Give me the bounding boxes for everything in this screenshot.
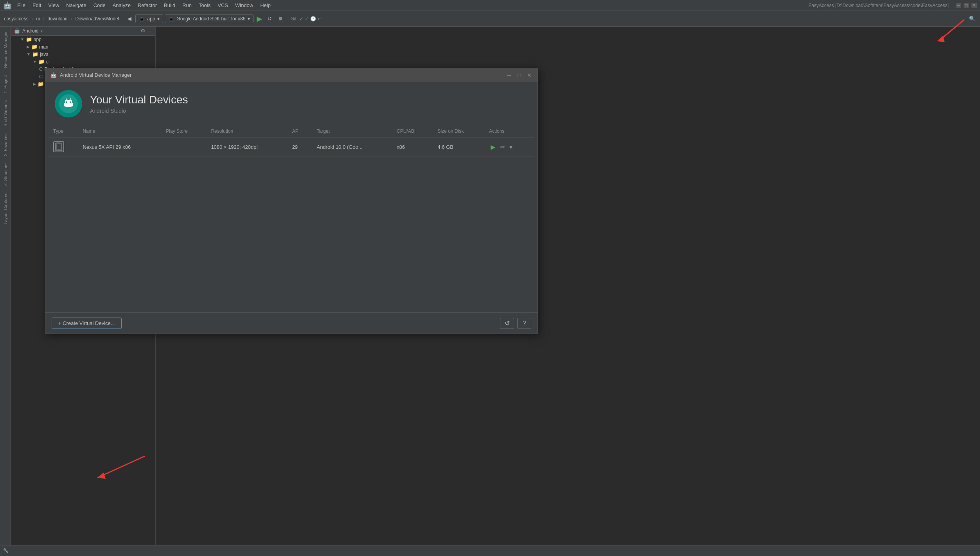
- java-folder-icon: 📁: [32, 51, 38, 57]
- avd-logo: [55, 90, 82, 117]
- breadcrumb-easyaccess[interactable]: easyaccess: [2, 15, 30, 22]
- man-folder-icon: 📁: [31, 44, 38, 50]
- run-button[interactable]: ▶: [255, 14, 264, 23]
- svg-point-7: [70, 101, 71, 103]
- col-target[interactable]: Target: [312, 125, 392, 137]
- refresh-avd-button[interactable]: ↺: [500, 318, 514, 329]
- cell-size-on-disk: 4.6 GB: [433, 137, 484, 157]
- back-button[interactable]: ◀: [125, 14, 134, 23]
- col-resolution[interactable]: Resolution: [206, 125, 287, 137]
- menu-run[interactable]: Run: [179, 2, 195, 9]
- tree-label-java: java: [40, 52, 49, 57]
- col-size-on-disk[interactable]: Size on Disk: [433, 125, 484, 137]
- menu-code[interactable]: Code: [90, 2, 109, 9]
- cell-type: [49, 137, 78, 157]
- window-title: EasyAccess [D:\Download\SoftItem\EasyAcc…: [808, 3, 949, 8]
- close-button[interactable]: ✕: [971, 3, 977, 8]
- action-play-button[interactable]: ▶: [489, 142, 497, 152]
- sidebar-tab-favorites[interactable]: 2: Favorites: [2, 130, 9, 159]
- avd-table-header-row: Type Name Play Store Resolution API Targ…: [49, 125, 534, 137]
- minimize-button[interactable]: ─: [956, 3, 961, 8]
- panel-settings-icon[interactable]: ⚙: [141, 28, 145, 34]
- sdk-dropdown[interactable]: 📱 Google Android SDK built for x86 ▾: [165, 14, 254, 23]
- menu-edit[interactable]: Edit: [29, 2, 44, 9]
- avd-minimize-button[interactable]: ─: [505, 72, 512, 79]
- menu-vcs[interactable]: VCS: [214, 2, 231, 9]
- bottom-status: 🔧: [3, 548, 9, 553]
- toolbar: easyaccess › ui › download › DownloadVie…: [0, 11, 980, 27]
- breadcrumb-viewmodel[interactable]: DownloadViewModel: [74, 15, 120, 22]
- register-file-icon: C: [39, 66, 43, 72]
- sidebar-tab-project[interactable]: 1: Project: [2, 72, 9, 96]
- col-type[interactable]: Type: [49, 125, 78, 137]
- breadcrumb-download[interactable]: download: [46, 15, 69, 22]
- search-toolbar-button[interactable]: 🔍: [967, 14, 978, 23]
- avd-manager-dialog: 🤖 Android Virtual Device Manager ─ □ ✕: [45, 68, 538, 334]
- menu-navigate[interactable]: Navigate: [63, 2, 89, 9]
- svg-rect-5: [65, 100, 72, 107]
- sidebar-tab-structure[interactable]: Z: Structure: [2, 160, 9, 189]
- panel-dropdown-icon[interactable]: ▾: [41, 29, 43, 33]
- col-name[interactable]: Name: [78, 125, 161, 137]
- svg-rect-11: [56, 144, 61, 149]
- tree-arrow-java: ▼: [27, 52, 31, 56]
- maximize-button[interactable]: □: [964, 3, 969, 8]
- cell-play-store: [161, 137, 206, 157]
- tree-item-java[interactable]: ▼ 📁 java: [11, 51, 155, 58]
- menu-help[interactable]: Help: [257, 2, 274, 9]
- create-virtual-device-button[interactable]: + Create Virtual Device...: [52, 318, 122, 329]
- action-edit-button[interactable]: ✏: [498, 142, 507, 152]
- help-avd-button[interactable]: ?: [517, 318, 531, 329]
- avd-dialog-title: Android Virtual Device Manager: [60, 72, 502, 78]
- panel-close-icon[interactable]: —: [147, 28, 152, 34]
- avd-table-container: Type Name Play Store Resolution API Targ…: [45, 125, 538, 312]
- stop-button[interactable]: ⏹: [276, 14, 286, 23]
- sidebar-tab-build-variants[interactable]: Build Variants: [2, 97, 9, 130]
- git-section: Git: ✓ ✓ 🕐 ↩: [290, 16, 322, 22]
- tree-item-man[interactable]: ▶ 📁 man: [11, 43, 155, 51]
- avd-header: Your Virtual Devices Android Studio: [45, 82, 538, 125]
- avd-maximize-button[interactable]: □: [516, 72, 523, 79]
- tree-item-app[interactable]: ▼ 📁 app: [11, 36, 155, 43]
- menu-analyze[interactable]: Analyze: [110, 2, 134, 9]
- avd-footer: + Create Virtual Device... ↺ ?: [45, 312, 538, 334]
- tree-arrow-c: ▼: [33, 60, 37, 64]
- table-row[interactable]: Nexus 5X API 29 x86 1080 × 1920: 420dpi …: [49, 137, 534, 157]
- col-cpu-abi[interactable]: CPU/ABI: [392, 125, 433, 137]
- menu-build[interactable]: Build: [161, 2, 178, 9]
- teamwork-file-icon: C: [39, 74, 43, 79]
- avd-table: Type Name Play Store Resolution API Targ…: [49, 125, 534, 157]
- tree-label-app: app: [34, 37, 41, 42]
- menu-view[interactable]: View: [45, 2, 62, 9]
- android-test-folder-icon: 📁: [38, 81, 44, 87]
- avd-close-button[interactable]: ✕: [526, 72, 533, 79]
- menu-file[interactable]: File: [14, 2, 29, 9]
- action-more-button[interactable]: ▾: [508, 142, 514, 152]
- avd-subheading: Android Studio: [90, 108, 188, 114]
- c-folder-icon: 📁: [38, 59, 45, 65]
- breadcrumb-ui[interactable]: ui: [34, 15, 41, 22]
- cell-actions: ▶ ✏ ▾: [484, 137, 534, 157]
- refresh-button[interactable]: ↺: [265, 14, 274, 23]
- menu-bar: 🤖 File Edit View Navigate Code Analyze R…: [0, 0, 980, 11]
- app-dropdown[interactable]: 📱 app ▾: [135, 14, 163, 23]
- cell-resolution: 1080 × 1920: 420dpi: [206, 137, 287, 157]
- menu-refactor[interactable]: Refactor: [135, 2, 160, 9]
- avd-title-icon: 🤖: [50, 72, 57, 78]
- tree-arrow-man: ▶: [27, 45, 30, 49]
- cell-target: Android 10.0 (Goo...: [312, 137, 392, 157]
- app-logo: 🤖: [3, 1, 12, 10]
- cell-api: 29: [288, 137, 312, 157]
- cell-cpu-abi: x86: [392, 137, 433, 157]
- menu-window[interactable]: Window: [232, 2, 256, 9]
- sidebar-tab-resource-manager[interactable]: Resource Manager: [2, 28, 9, 71]
- menu-tools[interactable]: Tools: [196, 2, 214, 9]
- tree-item-c[interactable]: ▼ 📁 c: [11, 58, 155, 65]
- col-play-store[interactable]: Play Store: [161, 125, 206, 137]
- avd-heading: Your Virtual Devices: [90, 94, 188, 106]
- cell-name: Nexus 5X API 29 x86: [78, 137, 161, 157]
- sidebar-tab-layout-captures[interactable]: Layout Captures: [2, 190, 9, 227]
- tree-label-man: man: [39, 44, 48, 50]
- project-panel-header: 🤖 Android ▾ ⚙ —: [11, 27, 155, 36]
- col-api[interactable]: API: [288, 125, 312, 137]
